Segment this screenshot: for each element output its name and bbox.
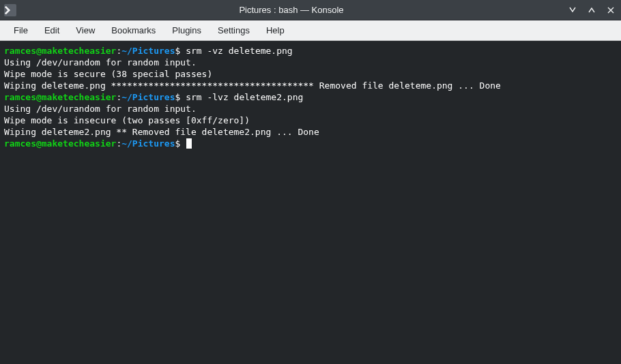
menu-view[interactable]: View bbox=[68, 22, 103, 38]
menu-settings[interactable]: Settings bbox=[210, 22, 258, 38]
window-title: Pictures : bash — Konsole bbox=[20, 5, 562, 15]
cursor bbox=[186, 138, 192, 149]
menu-plugins[interactable]: Plugins bbox=[164, 22, 210, 38]
terminal-icon bbox=[4, 4, 16, 16]
terminal-output-line: Wipe mode is secure (38 special passes) bbox=[4, 68, 617, 80]
minimize-button[interactable] bbox=[566, 4, 579, 16]
maximize-button[interactable] bbox=[586, 4, 598, 16]
prompt-path: ~/Pictures bbox=[121, 138, 175, 149]
terminal-prompt-line: ramces@maketecheasier:~/Pictures$ bbox=[4, 138, 617, 149]
prompt-user-host: ramces@maketecheasier bbox=[4, 46, 116, 56]
prompt-path: ~/Pictures bbox=[121, 46, 175, 56]
menu-bookmarks[interactable]: Bookmarks bbox=[103, 22, 164, 38]
terminal-output-line: Wiping deleteme2.png ** Removed file del… bbox=[4, 126, 617, 138]
terminal-output-line: Using /dev/urandom for random input. bbox=[4, 57, 617, 68]
prompt-symbol: $ bbox=[175, 138, 186, 149]
output-text: Using /dev/urandom for random input. bbox=[4, 104, 197, 114]
command-text: srm -vz deleteme.png bbox=[186, 46, 293, 56]
terminal-output-line: Wiping deleteme.png ********************… bbox=[4, 80, 617, 91]
output-text: Wiping deleteme.png ********************… bbox=[4, 80, 501, 91]
prompt-user-host: ramces@maketecheasier bbox=[4, 92, 116, 102]
prompt-symbol: $ bbox=[175, 92, 186, 102]
output-text: Using /dev/urandom for random input. bbox=[4, 57, 197, 67]
close-icon bbox=[607, 6, 615, 14]
window-controls bbox=[566, 4, 617, 16]
terminal-prompt-line: ramces@maketecheasier:~/Pictures$ srm -v… bbox=[4, 45, 617, 57]
maximize-icon bbox=[588, 6, 596, 14]
minimize-icon bbox=[568, 6, 577, 14]
menubar: File Edit View Bookmarks Plugins Setting… bbox=[0, 20, 621, 41]
titlebar: Pictures : bash — Konsole bbox=[0, 0, 621, 20]
menu-edit[interactable]: Edit bbox=[36, 22, 68, 38]
output-text: Wipe mode is secure (38 special passes) bbox=[4, 69, 212, 79]
terminal-prompt-line: ramces@maketecheasier:~/Pictures$ srm -l… bbox=[4, 91, 617, 103]
prompt-symbol: $ bbox=[175, 46, 186, 56]
app-icon bbox=[4, 4, 16, 16]
terminal-area[interactable]: ramces@maketecheasier:~/Pictures$ srm -v… bbox=[0, 41, 621, 364]
terminal-output-line: Using /dev/urandom for random input. bbox=[4, 103, 617, 115]
output-text: Wiping deleteme2.png ** Removed file del… bbox=[4, 127, 319, 137]
prompt-user-host: ramces@maketecheasier bbox=[4, 138, 116, 149]
terminal-output-line: Wipe mode is insecure (two passes [0xff/… bbox=[4, 115, 617, 126]
menu-help[interactable]: Help bbox=[258, 22, 293, 38]
command-text: srm -lvz deleteme2.png bbox=[186, 92, 303, 102]
prompt-path: ~/Pictures bbox=[121, 92, 175, 102]
output-text: Wipe mode is insecure (two passes [0xff/… bbox=[4, 115, 250, 125]
close-button[interactable] bbox=[605, 4, 617, 16]
menu-file[interactable]: File bbox=[5, 22, 36, 38]
